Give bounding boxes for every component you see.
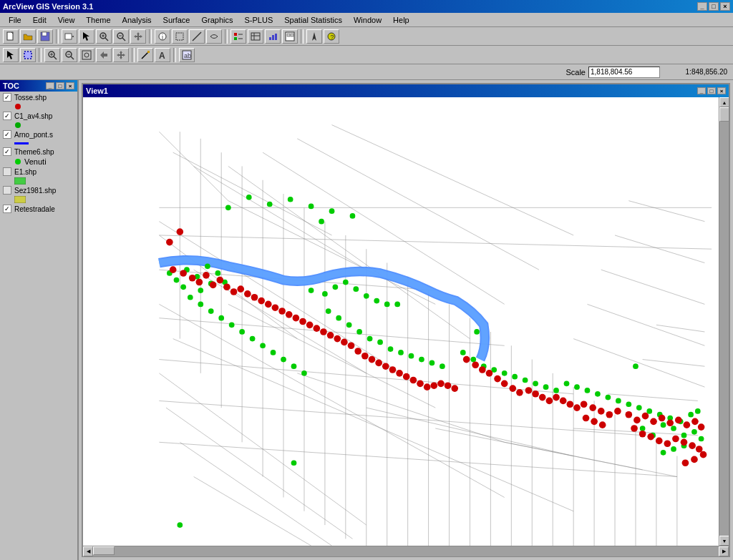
help-btn[interactable]: ?: [324, 29, 339, 44]
menu-graphics[interactable]: Graphics: [196, 14, 239, 26]
svg-point-51: [15, 104, 21, 109]
menu-file[interactable]: File: [3, 14, 27, 26]
svg-point-144: [322, 291, 328, 297]
north-btn[interactable]: [306, 29, 322, 44]
legend-btn[interactable]: [230, 29, 246, 44]
maximize-button[interactable]: □: [709, 2, 719, 11]
select2-btn[interactable]: [20, 48, 36, 62]
svg-rect-55: [14, 177, 26, 185]
hotlink-btn[interactable]: [206, 29, 222, 44]
v-scroll-thumb[interactable]: [719, 107, 729, 122]
toc-checkbox-arno[interactable]: ✓: [3, 130, 11, 139]
svg-point-229: [306, 322, 314, 329]
view-maximize[interactable]: □: [707, 87, 716, 94]
toc-title: TOC _ □ ×: [0, 80, 77, 92]
toc-checkbox-tosse[interactable]: ✓: [3, 93, 11, 102]
fullextent-btn[interactable]: [79, 48, 94, 62]
toc-maximize[interactable]: □: [56, 82, 64, 89]
svg-point-165: [267, 202, 273, 207]
table-btn[interactable]: [248, 29, 263, 44]
svg-point-295: [614, 408, 621, 415]
toc-checkbox-e1[interactable]: [3, 167, 11, 176]
open-btn[interactable]: [20, 29, 36, 44]
toc-close[interactable]: ×: [66, 82, 74, 89]
toc-minimize[interactable]: _: [46, 82, 54, 89]
draw-btn[interactable]: [137, 48, 153, 62]
select-btn[interactable]: [79, 29, 94, 44]
toc-item-tosse[interactable]: ✓ Tosse.shp: [0, 92, 77, 103]
svg-point-169: [350, 213, 356, 219]
scroll-right-btn[interactable]: ▶: [719, 546, 729, 556]
add-theme-btn[interactable]: [62, 29, 77, 44]
toc-checkbox-c1av4[interactable]: ✓: [3, 112, 11, 120]
svg-point-294: [606, 411, 613, 418]
h-scroll-track[interactable]: [93, 546, 719, 556]
menu-view[interactable]: View: [52, 14, 81, 26]
toc-item-arno[interactable]: ✓ Arno_pont.s: [0, 129, 77, 140]
toc-checkbox-sez1981[interactable]: [3, 186, 11, 195]
svg-point-241: [375, 360, 382, 367]
svg-point-218: [230, 288, 238, 295]
pointer-btn[interactable]: [3, 48, 19, 62]
menu-help[interactable]: Help: [387, 14, 415, 26]
horizontal-scrollbar[interactable]: ◀ ▶: [83, 546, 729, 556]
scroll-down-btn[interactable]: ▼: [719, 536, 729, 546]
toc-item-sez1981[interactable]: Sez1981.shp: [0, 185, 77, 196]
toc-item-c1av4[interactable]: ✓ C1_av4.shp: [0, 110, 77, 122]
scroll-up-btn[interactable]: ▲: [719, 97, 729, 107]
text-btn[interactable]: A: [155, 48, 170, 62]
menu-theme[interactable]: Theme: [80, 14, 116, 26]
svg-point-185: [606, 395, 611, 401]
menu-edit[interactable]: Edit: [27, 14, 52, 26]
new-btn[interactable]: [3, 29, 19, 44]
menu-window[interactable]: Window: [348, 14, 387, 26]
zoom-out-btn[interactable]: [113, 29, 129, 44]
svg-point-233: [334, 335, 341, 343]
menu-splus[interactable]: S-PLUS: [239, 14, 279, 26]
identify-btn[interactable]: i: [155, 29, 170, 44]
prevextent-btn[interactable]: [96, 48, 112, 62]
v-scroll-track[interactable]: [719, 107, 729, 536]
measure-btn[interactable]: [189, 29, 205, 44]
menu-surface[interactable]: Surface: [157, 14, 196, 26]
svg-line-17: [193, 32, 201, 41]
view-close[interactable]: ×: [717, 87, 726, 94]
svg-point-266: [560, 398, 567, 405]
svg-point-239: [361, 353, 369, 360]
select-feat-btn[interactable]: [172, 29, 188, 44]
zoomout2-btn[interactable]: [62, 48, 77, 62]
toc-item-e1[interactable]: E1.shp: [0, 166, 77, 177]
svg-point-212: [189, 275, 196, 282]
svg-point-276: [684, 421, 691, 428]
view-minimize[interactable]: _: [697, 87, 706, 94]
pan-btn[interactable]: [130, 29, 146, 44]
svg-point-225: [278, 308, 286, 315]
zoomin2-btn[interactable]: [44, 48, 60, 62]
svg-point-183: [585, 388, 591, 393]
chart-btn[interactable]: [265, 29, 281, 44]
svg-point-187: [626, 401, 631, 407]
close-button[interactable]: ×: [720, 2, 730, 11]
toc-item-retestradale[interactable]: ✓ Retestradale: [0, 203, 77, 215]
menu-analysis[interactable]: Analysis: [117, 14, 157, 26]
save-btn[interactable]: [37, 29, 53, 44]
scale-input[interactable]: [588, 67, 660, 78]
zoom-in-btn[interactable]: [96, 29, 112, 44]
scroll-left-btn[interactable]: ◀: [83, 546, 93, 556]
svg-point-238: [354, 348, 361, 355]
minimize-button[interactable]: _: [697, 2, 707, 11]
layout-btn[interactable]: [282, 29, 298, 44]
svg-text:i: i: [162, 34, 163, 41]
svg-point-215: [210, 282, 217, 289]
svg-point-151: [326, 308, 331, 314]
menu-spatial-statistics[interactable]: Spatial Statistics: [278, 14, 348, 26]
toc-item-theme6[interactable]: ✓ Theme6.shp: [0, 146, 77, 157]
map-canvas[interactable]: [83, 97, 719, 546]
svg-point-167: [309, 204, 314, 210]
pan2-btn[interactable]: [113, 48, 129, 62]
toc-checkbox-theme6[interactable]: ✓: [3, 147, 11, 156]
h-scroll-thumb[interactable]: [93, 546, 115, 555]
toc-checkbox-retestradale[interactable]: ✓: [3, 205, 11, 213]
vertical-scrollbar[interactable]: ▲ ▼: [719, 97, 729, 546]
symbol-btn[interactable]: ab: [179, 48, 195, 62]
